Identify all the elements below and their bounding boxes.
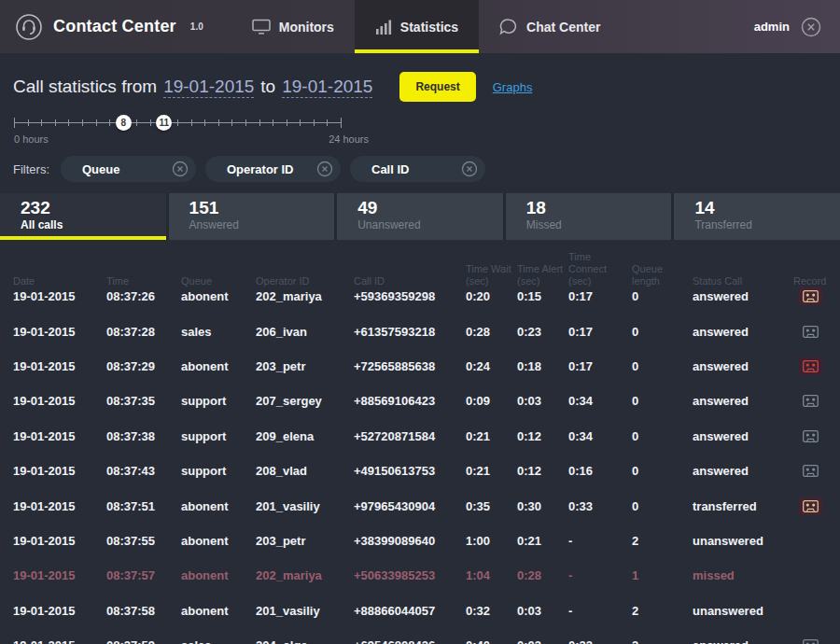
cell-queue: abonent [181,289,256,303]
app-brand: Contact Center 1.0 [0,0,231,53]
calls-table: DateTimeQueueOperator IDCall IDTime Wait… [0,240,840,644]
column-header: Call ID [354,275,466,287]
page-title: Call statistics from [13,77,157,97]
record-icon[interactable] [799,637,822,644]
tab-label: Chat Center [526,20,600,35]
cell-time_connect: 0:33 [568,499,632,513]
cell-queue_length: 0 [632,499,693,513]
slider-max-label: 24 hours [329,133,369,145]
to-date-picker[interactable]: 19-01-2015 [282,77,372,98]
logout-x-icon[interactable] [801,17,821,37]
cell-time_wait: 0:28 [466,325,517,339]
cell-time_alert: 0:18 [517,359,568,373]
record-icon[interactable] [799,287,822,305]
stat-value: 232 [21,198,166,218]
cell-call_id: +38399089640 [354,534,466,548]
clear-filter-icon[interactable] [461,161,478,177]
cell-status: answered [693,325,793,339]
record-icon[interactable] [799,392,822,410]
record-icon[interactable] [799,357,822,375]
cell-queue_length: 0 [632,359,693,373]
cell-queue: abonent [181,604,256,618]
cell-status: answered [693,289,793,303]
stat-card-all-calls[interactable]: 232 All calls [0,193,166,240]
stat-cards: 232 All calls 151 Answered 49 Unanswered… [0,193,840,240]
table-row[interactable]: 19-01-201508:37:29abonent203_petr+725658… [13,349,827,384]
clear-filter-icon[interactable] [316,161,333,177]
cell-operator: 209_elena [256,429,354,443]
cell-time_wait: 0:32 [466,604,517,618]
filter-label: Call ID [371,162,409,176]
column-header: Time [106,275,181,287]
table-row[interactable]: 19-01-201508:37:43support208_vlad+491506… [13,454,827,488]
request-button[interactable]: Request [399,72,475,102]
column-header: Operator ID [256,275,354,287]
slider-tick [341,118,342,128]
cell-record [793,287,827,305]
slider-tick [300,119,301,126]
stat-label: Transferred [694,218,840,231]
filter-call-id[interactable]: Call ID [350,156,485,182]
table-row[interactable]: 19-01-201508:37:58abonent201_vasiliy+888… [13,594,827,628]
cell-record [793,462,827,480]
slider-handle[interactable]: 11 [156,115,172,131]
cell-time: 08:37:35 [106,394,181,408]
stat-card-missed[interactable]: 18 Missed [503,193,672,240]
record-icon[interactable] [799,427,822,445]
slider-tick [28,119,29,126]
slider-tick [96,119,97,126]
slider-handle[interactable]: 8 [116,115,132,131]
cell-status: answered [693,359,793,373]
cell-date: 19-01-2015 [13,289,106,303]
cell-time_connect: 0:16 [568,464,632,478]
graphs-link[interactable]: Graphs [493,80,533,94]
record-icon[interactable] [799,497,822,515]
table-row[interactable]: 19-01-201508:37:38support209_elena+52720… [13,419,827,454]
slider-tick [191,119,192,126]
filter-operator-id[interactable]: Operator ID [205,156,341,182]
tab-statistics[interactable]: Statistics [355,0,479,53]
filter-queue[interactable]: Queue [61,156,196,182]
cell-time_alert: 0:03 [517,394,568,408]
cell-status: answered [693,638,793,644]
cell-date: 19-01-2015 [13,325,106,339]
cell-time_wait: 0:09 [466,394,517,408]
table-row[interactable]: 19-01-201508:37:57abonent202_mariya+5063… [13,558,827,593]
record-icon[interactable] [799,462,822,480]
cell-status: transferred [693,499,793,513]
table-row[interactable]: 19-01-201508:37:51abonent201_vasiliy+979… [13,488,827,523]
table-row[interactable]: 19-01-201508:37:55abonent203_petr+383990… [13,524,827,558]
tab-label: Statistics [400,20,458,35]
slider-tick [218,119,219,126]
cell-date: 19-01-2015 [13,359,106,373]
cell-date: 19-01-2015 [13,604,106,618]
cell-time_connect: 0:34 [568,429,632,443]
column-header: Time Wait(sec) [466,263,517,287]
cell-time_connect: 0:34 [568,394,632,408]
cell-status: answered [693,429,793,443]
cell-queue: abonent [181,359,256,373]
slider-tick [41,119,42,126]
column-header: Queue length [632,263,693,287]
table-row[interactable]: 19-01-201508:37:59sales204_olga+69546808… [13,628,827,644]
stat-card-unanswered[interactable]: 49 Unanswered [334,193,503,240]
from-date-picker[interactable]: 19-01-2015 [163,77,254,98]
cell-operator: 202_mariya [256,289,354,303]
stat-label: All calls [21,218,166,231]
stat-card-transferred[interactable]: 14 Transferred [671,193,840,240]
cell-call_id: +88866044057 [354,604,466,618]
record-icon[interactable] [799,323,822,341]
tab-chat-center[interactable]: Chat Center [479,0,621,53]
app-version: 1.0 [190,21,203,32]
cell-status: answered [693,394,793,408]
table-row[interactable]: 19-01-201508:37:35support207_sergey+8856… [13,384,827,418]
slider-ticks[interactable]: 811 [14,115,341,132]
nav-user-area: admin [754,0,840,53]
slider-tick [273,119,273,126]
column-header: Queue [181,275,256,287]
clear-filter-icon[interactable] [172,161,189,177]
table-row[interactable]: 19-01-201508:37:28sales206_ivan+61357593… [13,314,827,348]
stat-card-answered[interactable]: 151 Answered [166,193,335,240]
cell-time_alert: 0:12 [517,464,568,478]
tab-monitors[interactable]: Monitors [231,0,355,53]
